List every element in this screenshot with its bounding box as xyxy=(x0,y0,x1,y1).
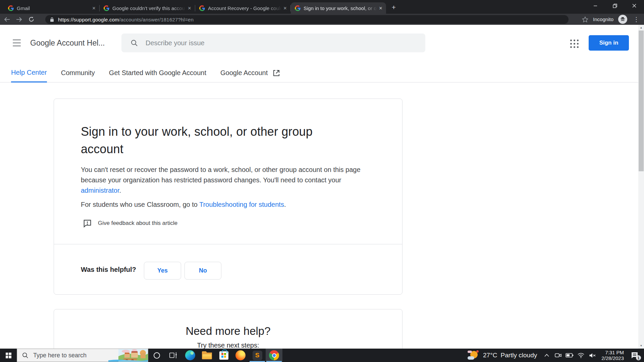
troubleshooting-link[interactable]: Troubleshooting for students xyxy=(199,201,284,208)
incognito-icon[interactable] xyxy=(618,15,627,24)
firefox-button[interactable] xyxy=(232,349,249,362)
google-favicon-icon xyxy=(104,5,109,11)
task-view-button[interactable] xyxy=(165,349,182,362)
helpful-prompt: Was this helpful? xyxy=(81,266,136,274)
tab-title: Google couldn’t verify this accou xyxy=(112,5,186,11)
article-paragraph-2: For students who use Classroom, go to Tr… xyxy=(81,199,377,210)
tab-get-started[interactable]: Get Started with Google Account xyxy=(109,64,206,82)
tab-community[interactable]: Community xyxy=(61,64,95,82)
administrator-link[interactable]: administrator xyxy=(81,187,119,194)
wifi-icon xyxy=(577,353,585,358)
tab-close-icon[interactable]: ✕ xyxy=(377,5,384,11)
taskbar-search[interactable]: Type here to search xyxy=(17,349,148,362)
external-link-icon xyxy=(272,69,280,77)
microsoft-store-button[interactable] xyxy=(215,349,232,362)
feedback-label: Give feedback about this article xyxy=(98,220,177,227)
tab-account-recovery[interactable]: Account Recovery - Google could ✕ xyxy=(195,2,290,14)
arrow-right-icon xyxy=(16,17,22,22)
notification-badge: 1 xyxy=(636,355,641,360)
incognito-label: Incognito xyxy=(593,16,613,22)
microsoft-store-icon xyxy=(219,351,228,360)
tab-close-icon[interactable]: ✕ xyxy=(282,5,288,11)
new-tab-button[interactable]: + xyxy=(389,2,399,12)
window-minimize-button[interactable] xyxy=(586,0,605,11)
help-nav: Help Center Community Get Started with G… xyxy=(0,64,638,82)
chevron-up-icon xyxy=(544,354,549,357)
search-input[interactable] xyxy=(146,39,400,47)
chrome-button[interactable] xyxy=(266,349,282,362)
apps-grid-icon[interactable] xyxy=(570,40,579,48)
tab-gmail[interactable]: Gmail ✕ xyxy=(4,2,99,14)
feedback-link[interactable]: Give feedback about this article xyxy=(83,219,177,228)
main-menu-button[interactable] xyxy=(13,40,21,46)
window-restore-button[interactable] xyxy=(605,0,625,11)
search-highlight-artwork[interactable] xyxy=(108,349,148,362)
cortana-icon xyxy=(154,352,160,359)
search-box[interactable] xyxy=(121,34,425,52)
taskbar-search-placeholder: Type here to search xyxy=(33,352,87,359)
network-button[interactable] xyxy=(575,349,587,362)
edge-button[interactable] xyxy=(182,349,199,362)
weather-icon xyxy=(468,350,480,361)
battery-icon xyxy=(566,353,574,358)
task-view-icon xyxy=(169,351,178,359)
no-button[interactable]: No xyxy=(184,262,221,280)
windows-taskbar: Type here to search xyxy=(0,349,644,362)
restore-icon xyxy=(613,4,617,8)
reload-button[interactable] xyxy=(26,15,36,24)
minimize-icon xyxy=(593,4,597,8)
more-help-subtitle: Try these next steps: xyxy=(54,342,402,349)
sublime-text-icon: S xyxy=(253,351,262,360)
yes-button[interactable]: Yes xyxy=(144,262,181,280)
bookmark-star-icon[interactable] xyxy=(582,16,588,22)
action-center-button[interactable]: 1 xyxy=(627,349,642,362)
close-icon xyxy=(632,4,636,8)
tab-google-account[interactable]: Google Account xyxy=(220,64,280,82)
more-help-title: Need more help? xyxy=(54,309,402,338)
scrollbar-thumb[interactable] xyxy=(639,31,644,171)
browser-toolbar: https://support.google.com/accounts/answ… xyxy=(0,14,644,25)
file-explorer-icon xyxy=(202,351,212,359)
page-content: Google Account Hel... Sign in Help Cente… xyxy=(0,25,644,349)
lock-icon xyxy=(50,17,54,22)
tab-title: Gmail xyxy=(17,5,91,11)
forward-button[interactable] xyxy=(14,15,24,24)
scroll-down-arrow[interactable]: ▼ xyxy=(638,343,644,349)
volume-button[interactable] xyxy=(587,349,598,362)
tab-couldnt-verify[interactable]: Google couldn’t verify this accou ✕ xyxy=(100,2,195,14)
cortana-button[interactable] xyxy=(148,349,165,362)
browser-menu-icon[interactable]: ⋮ xyxy=(632,16,641,22)
sublime-text-button[interactable]: S xyxy=(249,349,266,362)
taskbar-clock[interactable]: 7:31 PM 2/28/2023 xyxy=(598,350,627,361)
start-button[interactable] xyxy=(0,349,17,362)
meet-now-icon xyxy=(554,352,562,358)
file-explorer-button[interactable] xyxy=(199,349,215,362)
tab-close-icon[interactable]: ✕ xyxy=(91,5,97,11)
meet-now-button[interactable] xyxy=(552,349,564,362)
page-scrollbar[interactable]: ▲ ▼ xyxy=(638,25,644,349)
battery-button[interactable] xyxy=(564,349,575,362)
address-bar[interactable]: https://support.google.com/accounts/answ… xyxy=(45,15,569,24)
weather-temperature: 27°C xyxy=(483,352,497,359)
windows-logo-icon xyxy=(6,353,11,358)
reload-icon xyxy=(29,16,34,22)
weather-widget[interactable]: 27°C Partly cloudy xyxy=(464,350,541,361)
tray-expand-button[interactable] xyxy=(541,349,552,362)
arrow-left-icon xyxy=(4,17,10,22)
clock-time: 7:31 PM xyxy=(601,350,624,355)
tab-help-center[interactable]: Help Center xyxy=(11,64,47,82)
site-title: Google Account Hel... xyxy=(30,39,105,48)
search-icon xyxy=(130,39,138,47)
tab-close-icon[interactable]: ✕ xyxy=(186,5,193,11)
scroll-up-arrow[interactable]: ▲ xyxy=(638,25,644,31)
back-button[interactable] xyxy=(2,15,12,24)
tab-sign-in-active[interactable]: Sign in to your work, school, or o ✕ xyxy=(291,2,386,14)
google-favicon-icon xyxy=(199,5,205,11)
paragraph-text: You can't reset or recover the password … xyxy=(81,166,361,184)
edge-icon xyxy=(185,350,195,360)
window-close-button[interactable] xyxy=(625,0,644,11)
google-favicon-icon xyxy=(8,5,14,11)
toolbar-right: Incognito ⋮ xyxy=(582,14,641,25)
sign-in-button[interactable]: Sign in xyxy=(589,35,629,51)
article-title: Sign in to your work, school, or other g… xyxy=(81,123,356,158)
